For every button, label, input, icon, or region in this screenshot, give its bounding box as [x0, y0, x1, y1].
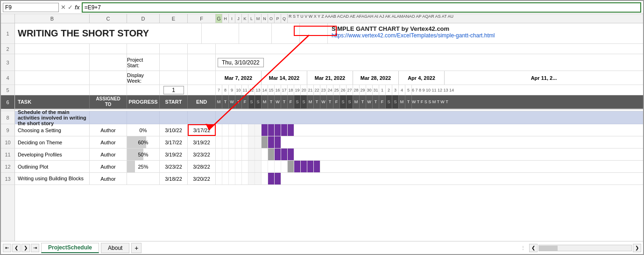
g9-4 [235, 124, 242, 136]
rownum-9: 9 [1, 124, 14, 136]
col-header-O[interactable]: O [268, 14, 275, 23]
col-header-N[interactable]: N [262, 14, 268, 23]
cell-E1 [272, 23, 300, 43]
daylabel-22: M [353, 95, 360, 108]
daynum-10: 16 [275, 85, 281, 95]
cancel-icon[interactable]: ✕ [61, 4, 66, 11]
cell-G3-start: Thu, 3/10/2022 [216, 54, 643, 71]
cell-D12-progress: 25% [127, 161, 160, 172]
g10-3 [229, 136, 235, 148]
daylabel-21: S [347, 95, 353, 108]
col-header-Q[interactable]: Q [281, 14, 288, 23]
daylabel-28: S [392, 95, 399, 108]
g9-2 [222, 124, 229, 136]
confirm-icon[interactable]: ✓ [68, 4, 73, 11]
row-numbers: 1 2 3 4 5 6 8 9 10 11 12 13 [1, 23, 15, 241]
g11-11 [281, 149, 288, 160]
row-1: WRITING THE SHORT STORY SIMPLE GANTT CHA… [15, 23, 643, 44]
scroll-left-btn[interactable]: ❮ [529, 244, 538, 252]
col-header-I[interactable]: I [229, 14, 235, 23]
info-title: SIMPLE GANTT CHART by Vertex42.com [332, 25, 449, 32]
week-header-1: Mar 7, 2022 [216, 71, 262, 85]
g13-7 [255, 173, 262, 184]
row-3: Project Start: Thu, 3/10/2022 [15, 54, 643, 71]
rownum-13: 13 [1, 173, 14, 185]
day-letters-row: M T W T F S S M T W T F S S M T W [216, 95, 643, 108]
spreadsheet-window: F9 ✕ ✓ fx =E9+7 B C D E F G H I J K L M … [0, 0, 644, 255]
col-header-H[interactable]: H [222, 14, 229, 23]
cell-E5-week-input[interactable]: 1 [160, 85, 188, 95]
col-header-G[interactable]: G [216, 14, 222, 23]
col-header-L[interactable]: L [248, 14, 255, 23]
daylabel-24: W [366, 95, 373, 108]
formula-input[interactable]: =E9+7 [82, 2, 641, 13]
col-header-E[interactable]: E [160, 14, 188, 23]
cell-D4-label: Display Week: [127, 71, 160, 85]
g9-10 [275, 124, 281, 136]
daylabel-30: T [405, 95, 412, 108]
g12-5 [242, 161, 248, 172]
cell-E13[interactable]: 3/18/22 [160, 173, 188, 184]
sheet-scroll-left[interactable]: ❮ [12, 244, 21, 252]
cell-E9-start[interactable]: 3/10/22 [160, 124, 188, 136]
sheet-scroll-left-left[interactable]: ⇤ [3, 244, 11, 252]
tab-about[interactable]: About [101, 243, 129, 253]
cell-B1-title: WRITING THE SHORT STORY [15, 23, 202, 43]
cell-C11: Author [90, 149, 127, 160]
cell-F12[interactable]: 3/28/22 [188, 161, 216, 172]
cell-B8-section: Schedule of the main activities involved… [15, 111, 90, 124]
daylabel-12: F [288, 95, 294, 108]
cell-B11-task: Developing Profiles [15, 149, 90, 160]
cell-F5 [188, 85, 216, 95]
spreadsheet-body: 1 2 3 4 5 6 8 9 10 11 12 13 WRITING THE … [1, 23, 643, 241]
daylabel-8: M [262, 95, 268, 108]
col-header-J[interactable]: J [235, 14, 242, 23]
cell-F13[interactable]: 3/20/22 [188, 173, 216, 184]
col-header-B[interactable]: B [15, 14, 90, 23]
cell-E12[interactable]: 3/23/22 [160, 161, 188, 172]
g10-1 [216, 136, 222, 148]
g12-rest [320, 161, 643, 172]
daynum-2: 8 [222, 85, 229, 95]
add-sheet-button[interactable]: + [131, 243, 142, 253]
daylabel-7: S [255, 95, 262, 108]
sheet-scroll-right-right[interactable]: ⇥ [31, 244, 39, 252]
cell-E10[interactable]: 3/17/22 [160, 136, 188, 148]
horizontal-scrollbar[interactable] [538, 245, 632, 251]
cell-D2 [127, 44, 160, 54]
tab-project-schedule[interactable]: ProjectSchedule [41, 243, 99, 253]
col-header-F[interactable]: F [188, 14, 216, 23]
week-header-4: Mar 28, 2022 [353, 71, 399, 85]
scroll-right-btn[interactable]: ❯ [633, 244, 641, 252]
g9-12 [288, 124, 294, 136]
cell-E11[interactable]: 3/19/22 [160, 149, 188, 160]
g11-9 [268, 149, 275, 160]
display-week-value[interactable]: 1 [163, 86, 184, 94]
g12-3 [229, 161, 235, 172]
project-start-input[interactable]: Thu, 3/10/2022 [218, 58, 264, 67]
col-header-C[interactable]: C [90, 14, 127, 23]
cell-F9-end[interactable]: 3/17/22 [188, 124, 216, 136]
cell-G8-gantt [216, 111, 643, 124]
col-header-D[interactable]: D [127, 14, 160, 23]
gantt-row-10 [216, 136, 643, 148]
col-header-P[interactable]: P [275, 14, 281, 23]
name-box[interactable]: F9 [3, 3, 59, 12]
info-url[interactable]: https://www.vertex42.com/ExcelTemplates/… [332, 32, 495, 39]
daynum-25: 31 [373, 85, 379, 95]
cell-B10-task: Deciding on Theme [15, 136, 90, 148]
row-12: Outlining Plot Author 25% 3/23/22 3/28/2… [15, 161, 643, 173]
cell-D13-progress [127, 173, 160, 184]
daynum-4: 10 [235, 85, 242, 95]
scrollbar-thumb[interactable] [539, 246, 558, 251]
cell-F11[interactable]: 3/23/22 [188, 149, 216, 160]
daynum-16: 22 [314, 85, 320, 95]
sheet-scroll-right[interactable]: ❯ [21, 244, 30, 252]
cell-F10[interactable]: 3/19/22 [188, 136, 216, 148]
formula-dividers: ✕ ✓ [61, 4, 73, 11]
col-header-K[interactable]: K [242, 14, 248, 23]
rownum-12: 12 [1, 161, 14, 173]
g12-8 [262, 161, 268, 172]
g11-2 [222, 149, 229, 160]
col-header-M[interactable]: M [255, 14, 262, 23]
